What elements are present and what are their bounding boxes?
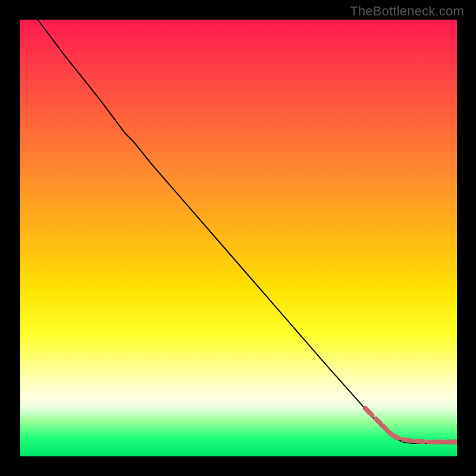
tail-dot <box>446 439 451 444</box>
chart-frame: TheBottleneck.com <box>0 0 476 476</box>
chart-svg <box>20 20 457 456</box>
tail-dot <box>437 439 442 444</box>
series-curve <box>37 20 457 443</box>
tail-dashed-line <box>365 408 455 442</box>
attribution-text: TheBottleneck.com <box>350 4 464 19</box>
curve-line <box>37 20 457 443</box>
series-tail-markers <box>365 408 457 444</box>
